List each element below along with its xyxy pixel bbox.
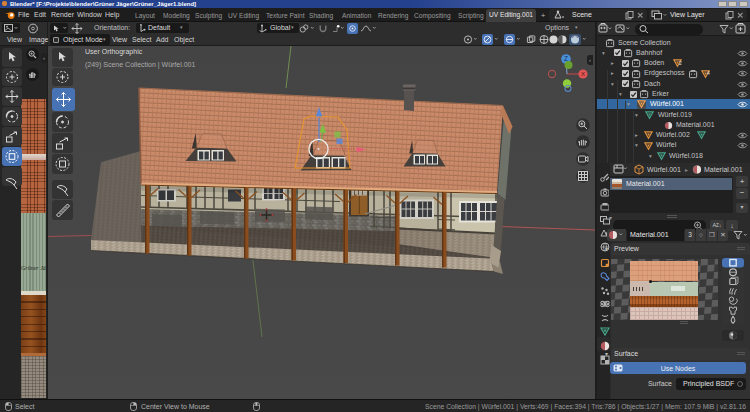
svg-text:X: X: [581, 71, 585, 77]
svg-text:▸: ▸: [685, 167, 688, 173]
svg-text:Würfel.001: Würfel.001: [647, 166, 681, 173]
svg-text:Material.001: Material.001: [704, 166, 743, 173]
